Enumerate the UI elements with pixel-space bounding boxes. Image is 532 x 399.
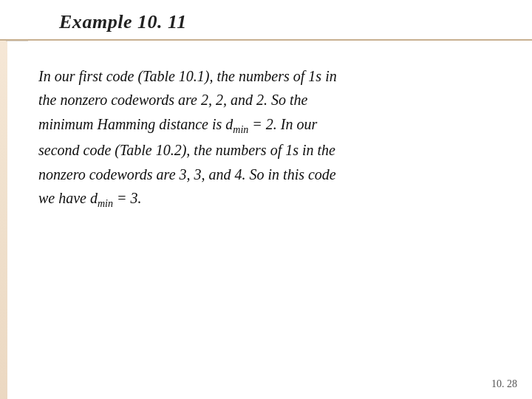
body-text-line6: we have dmin = 3. bbox=[38, 190, 141, 206]
body-text-line1: In our first code (Table 10.1), the numb… bbox=[38, 68, 337, 84]
body-paragraph: In our first code (Table 10.1), the numb… bbox=[38, 64, 494, 213]
subscript-2: min bbox=[98, 198, 113, 209]
slide-title: Example 10. 11 bbox=[59, 11, 187, 33]
body-text-line2: the nonzero codewords are 2, 2, and 2. S… bbox=[38, 92, 307, 108]
body-text-line5: nonzero codewords are 3, 3, and 4. So in… bbox=[38, 166, 336, 183]
body-text-line4: second code (Table 10.2), the numbers of… bbox=[38, 142, 335, 158]
left-decoration bbox=[0, 0, 7, 399]
body-text-line3: minimum Hamming distance is dmin = 2. In… bbox=[38, 116, 317, 132]
slide-header: Example 10. 11 bbox=[0, 0, 532, 41]
page-number: 10. 28 bbox=[491, 378, 517, 389]
slide: Example 10. 11 In our first code (Table … bbox=[0, 0, 532, 399]
slide-content: In our first code (Table 10.1), the numb… bbox=[0, 41, 532, 399]
subscript-1: min bbox=[233, 124, 248, 135]
slide-footer: 10. 28 bbox=[491, 378, 517, 390]
